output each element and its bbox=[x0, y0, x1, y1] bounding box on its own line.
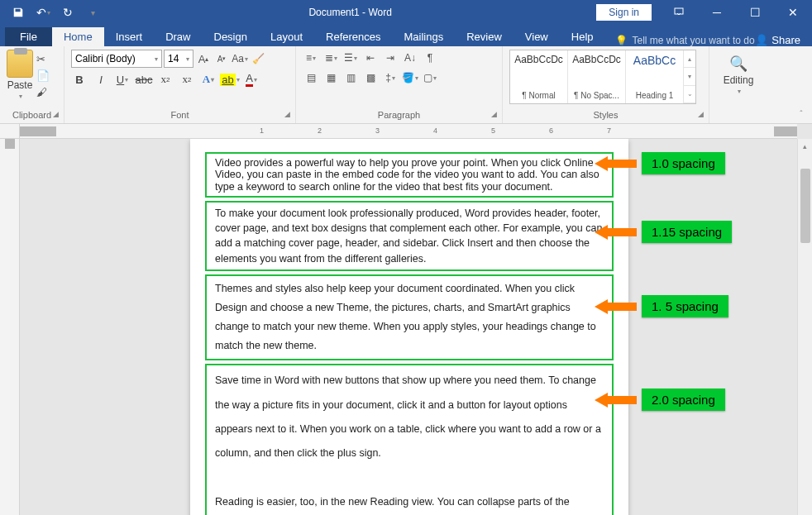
font-size-combo[interactable]: 14▾ bbox=[164, 50, 193, 68]
ribbon: Paste ▾ ✂ 📄 🖌 Clipboard◢ Calibri (Body)▾… bbox=[0, 46, 812, 124]
clipboard-dialog-launcher[interactable]: ◢ bbox=[50, 110, 60, 120]
text-effects-button[interactable]: A▾ bbox=[200, 71, 217, 88]
style-heading1[interactable]: AaBbCc Heading 1 bbox=[626, 50, 684, 103]
annotation-1.5: 1. 5 spacing bbox=[587, 295, 728, 317]
font-color-button[interactable]: A▾ bbox=[243, 71, 260, 88]
collapse-ribbon-button[interactable]: ˆ bbox=[794, 108, 809, 120]
font-dialog-launcher[interactable]: ◢ bbox=[282, 110, 292, 120]
clear-formatting-button[interactable]: 🧹 bbox=[250, 50, 266, 67]
tab-mailings[interactable]: Mailings bbox=[393, 27, 456, 46]
window-title: Document1 - Word bbox=[104, 7, 596, 18]
tab-insert[interactable]: Insert bbox=[104, 27, 155, 46]
document-page[interactable]: Video provides a powerful way to help yo… bbox=[190, 139, 628, 515]
subscript-button[interactable]: x2 bbox=[157, 71, 174, 88]
copy-button[interactable]: 📄 bbox=[36, 69, 50, 83]
highlight-button[interactable]: ab▾ bbox=[222, 71, 238, 88]
paragraph-spacing-1.0[interactable]: Video provides a powerful way to help yo… bbox=[205, 152, 614, 198]
change-case-button[interactable]: Aa▾ bbox=[232, 50, 248, 67]
group-font: Calibri (Body)▾ 14▾ A▴ A▾ Aa▾ 🧹 B I U▾ a… bbox=[64, 46, 296, 123]
share-icon: 👤 bbox=[755, 34, 768, 46]
align-right-button[interactable]: ▥ bbox=[342, 69, 359, 86]
grow-font-button[interactable]: A▴ bbox=[195, 50, 212, 67]
tab-draw[interactable]: Draw bbox=[154, 27, 202, 46]
font-name-combo[interactable]: Calibri (Body)▾ bbox=[71, 50, 162, 68]
bullets-button[interactable]: ≡▾ bbox=[303, 50, 319, 66]
tab-design[interactable]: Design bbox=[203, 27, 259, 46]
show-marks-button[interactable]: ¶ bbox=[422, 50, 438, 66]
paragraph-spacing-1.15[interactable]: To make your document look professionall… bbox=[205, 201, 614, 271]
tab-view[interactable]: View bbox=[513, 27, 560, 46]
tab-file[interactable]: File bbox=[5, 27, 52, 46]
share-label: Share bbox=[771, 34, 800, 46]
share-button[interactable]: 👤 Share bbox=[755, 34, 800, 46]
underline-button[interactable]: U▾ bbox=[114, 71, 131, 88]
styles-gallery[interactable]: AaBbCcDc ¶ Normal AaBbCcDc ¶ No Spac... … bbox=[509, 50, 696, 104]
bold-button[interactable]: B bbox=[71, 71, 88, 88]
paragraph-spacing-2.0[interactable]: Save time in Word with new buttons that … bbox=[205, 364, 614, 515]
group-paragraph: ≡▾ ≣▾ ☰▾ ⇤ ⇥ A↓ ¶ ▤ ▦ ▥ ▩ ‡▾ 🪣▾ ▢▾ Parag… bbox=[296, 46, 503, 123]
styles-gallery-nav[interactable]: ▴▾⌄ bbox=[684, 50, 695, 103]
document-area: 1 2 3 4 5 6 7 ▴ Video provides a powerfu… bbox=[0, 124, 812, 515]
lightbulb-icon: 💡 bbox=[615, 35, 628, 46]
vertical-scrollbar[interactable]: ▴ bbox=[797, 139, 812, 515]
title-bar: ↶▾ ↻ ▾ Document1 - Word Sign in ─ ☐ ✕ bbox=[0, 0, 812, 25]
undo-button[interactable]: ↶▾ bbox=[31, 2, 55, 23]
style-no-spacing[interactable]: AaBbCcDc ¶ No Spac... bbox=[568, 50, 626, 103]
align-left-button[interactable]: ▤ bbox=[303, 69, 319, 86]
paragraph-dialog-launcher[interactable]: ◢ bbox=[489, 110, 499, 120]
annotation-label: 1. 5 spacing bbox=[642, 295, 728, 317]
scroll-up-button[interactable]: ▴ bbox=[798, 139, 812, 154]
font-group-label: Font◢ bbox=[71, 110, 289, 122]
decrease-indent-button[interactable]: ⇤ bbox=[362, 50, 379, 66]
justify-button[interactable]: ▩ bbox=[362, 69, 379, 86]
multilevel-list-button[interactable]: ☰▾ bbox=[342, 50, 359, 66]
tab-review[interactable]: Review bbox=[455, 27, 513, 46]
redo-button[interactable]: ↻ bbox=[56, 2, 79, 23]
borders-button[interactable]: ▢▾ bbox=[422, 69, 438, 86]
italic-button[interactable]: I bbox=[93, 71, 109, 88]
style-normal[interactable]: AaBbCcDc ¶ Normal bbox=[510, 50, 568, 103]
annotation-1.15: 1.15 spacing bbox=[587, 221, 732, 243]
line-spacing-button[interactable]: ‡▾ bbox=[382, 69, 399, 86]
shading-button[interactable]: 🪣▾ bbox=[402, 69, 418, 86]
superscript-button[interactable]: x2 bbox=[179, 71, 195, 88]
tab-help[interactable]: Help bbox=[560, 27, 605, 46]
tab-home[interactable]: Home bbox=[52, 27, 104, 46]
tab-layout[interactable]: Layout bbox=[259, 27, 314, 46]
qat-customize-button[interactable]: ▾ bbox=[81, 2, 104, 23]
clipboard-group-label: Clipboard◢ bbox=[7, 110, 57, 122]
cut-button[interactable]: ✂ bbox=[36, 53, 50, 66]
shrink-font-button[interactable]: A▾ bbox=[213, 50, 230, 67]
increase-indent-button[interactable]: ⇥ bbox=[382, 50, 399, 66]
styles-dialog-launcher[interactable]: ◢ bbox=[695, 110, 705, 120]
strikethrough-button[interactable]: abc bbox=[136, 71, 152, 88]
close-button[interactable]: ✕ bbox=[774, 0, 812, 25]
format-painter-button[interactable]: 🖌 bbox=[36, 86, 50, 99]
tell-me-search[interactable]: 💡 Tell me what you want to do bbox=[615, 35, 755, 46]
maximize-button[interactable]: ☐ bbox=[736, 0, 774, 25]
editing-label: Editing bbox=[724, 74, 754, 86]
arrow-icon bbox=[587, 297, 637, 317]
save-button[interactable] bbox=[7, 2, 30, 23]
scroll-thumb[interactable] bbox=[800, 169, 810, 243]
horizontal-ruler[interactable]: 1 2 3 4 5 6 7 bbox=[20, 124, 797, 139]
sort-button[interactable]: A↓ bbox=[402, 50, 418, 66]
ribbon-tabs: File Home Insert Draw Design Layout Refe… bbox=[0, 25, 812, 46]
paste-button[interactable]: Paste ▾ bbox=[7, 50, 33, 100]
tell-me-label: Tell me what you want to do bbox=[633, 35, 755, 46]
align-center-button[interactable]: ▦ bbox=[322, 69, 339, 86]
find-icon: 🔍 bbox=[729, 55, 748, 73]
annotation-label: 1.15 spacing bbox=[642, 221, 732, 243]
arrow-icon bbox=[587, 390, 637, 410]
tab-references[interactable]: References bbox=[314, 27, 392, 46]
paragraph-spacing-1.5[interactable]: Themes and styles also help keep your do… bbox=[205, 274, 614, 361]
ribbon-options-button[interactable] bbox=[660, 0, 698, 25]
numbering-button[interactable]: ≣▾ bbox=[322, 50, 339, 66]
paste-label: Paste bbox=[7, 79, 33, 91]
sign-in-button[interactable]: Sign in bbox=[596, 4, 652, 21]
minimize-button[interactable]: ─ bbox=[698, 0, 736, 25]
group-styles: AaBbCcDc ¶ Normal AaBbCcDc ¶ No Spac... … bbox=[503, 46, 709, 123]
editing-button[interactable]: 🔍 Editing ▾ bbox=[716, 50, 761, 95]
paste-icon bbox=[7, 50, 33, 78]
vertical-ruler[interactable] bbox=[0, 139, 20, 515]
